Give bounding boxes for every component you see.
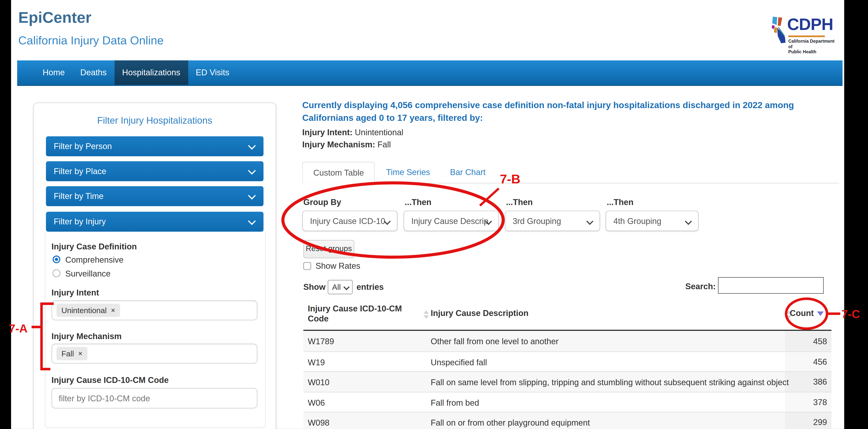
app-page: EpiCenter California Injury Data Online … xyxy=(11,0,844,429)
cdph-acronym: CDPH xyxy=(787,15,833,34)
remove-tag-icon[interactable]: × xyxy=(111,307,115,314)
case-definition-label: Injury Case Definition xyxy=(52,241,137,251)
radio-surveillance[interactable] xyxy=(53,269,60,277)
tab-custom-table[interactable]: Custom Table xyxy=(302,162,375,183)
nav-item-ed-visits[interactable]: ED Visits xyxy=(188,60,237,85)
annotation-label-7c: 7-C xyxy=(841,308,860,320)
cdph-org-name: California Department of Public Health xyxy=(788,39,836,55)
nav-item-deaths[interactable]: Deaths xyxy=(72,60,115,85)
cdph-orange-rule xyxy=(788,35,825,37)
injury-mechanism-input[interactable]: Fall × xyxy=(52,344,257,364)
radio-row-surveillance: Surveillance xyxy=(53,269,111,278)
search-input[interactable] xyxy=(718,277,824,294)
injury-intent-label: Injury Intent xyxy=(52,288,99,297)
radio-label: Comprehensive xyxy=(65,255,124,264)
radio-label: Surveillance xyxy=(65,268,111,278)
injury-intent-input[interactable]: Unintentional × xyxy=(52,301,257,320)
chevron-down-icon xyxy=(248,192,256,200)
california-state-icon xyxy=(772,16,787,47)
main-navbar: Home Deaths Hospitalizations ED Visits xyxy=(17,60,843,86)
tag-unintentional: Unintentional × xyxy=(57,304,120,317)
results-summary: Currently displaying 4,056 comprehensive… xyxy=(302,98,836,124)
view-tabs: Custom Table Time Series Bar Chart xyxy=(302,162,839,183)
injury-cause-code-label: Injury Cause ICD-10-CM Code xyxy=(52,375,169,384)
table-row: W098 Fall on or from other playground eq… xyxy=(303,412,831,429)
accordion-filter-by-injury[interactable]: Filter by Injury xyxy=(46,212,264,232)
show-rates-label: Show Rates xyxy=(316,261,360,270)
group-by-select-4[interactable]: 4th Grouping xyxy=(606,210,699,231)
entries-prefix: Show xyxy=(303,282,326,291)
nav-item-hospitalizations[interactable]: Hospitalizations xyxy=(115,60,188,85)
chevron-down-icon xyxy=(685,218,692,225)
tab-bar-chart[interactable]: Bar Chart xyxy=(441,162,494,183)
chevron-down-icon xyxy=(343,284,350,290)
table-row: W19 Unspecified fall 456 xyxy=(303,351,831,371)
tag-fall: Fall × xyxy=(57,347,87,360)
radio-comprehensive[interactable] xyxy=(53,255,60,263)
screenshot-stage: EpiCenter California Injury Data Online … xyxy=(0,0,868,429)
group-by-label: Group By xyxy=(303,197,341,207)
icd-code-filter-input[interactable] xyxy=(52,388,257,408)
filter-sidebar: Filter Injury Hospitalizations Filter by… xyxy=(33,103,276,429)
chevron-down-icon xyxy=(586,218,593,225)
entries-suffix: entries xyxy=(356,282,384,291)
group-by-select-1[interactable]: Injury Cause ICD-10 xyxy=(302,210,398,231)
show-rates-checkbox[interactable] xyxy=(303,262,311,270)
chevron-down-icon xyxy=(248,217,256,225)
chevron-down-icon xyxy=(248,142,256,150)
applied-filter-mechanism: Injury Mechanism: Fall xyxy=(302,140,391,149)
then-label-2: ...Then xyxy=(405,197,431,207)
accordion-filter-by-person[interactable]: Filter by Person xyxy=(46,136,264,156)
applied-filter-intent: Injury Intent: Unintentional xyxy=(302,127,403,137)
column-header-icd-code[interactable]: Injury Cause ICD-10-CM Code xyxy=(308,304,418,323)
group-by-select-3[interactable]: 3rd Grouping xyxy=(505,210,600,231)
column-header-description[interactable]: Injury Cause Description xyxy=(431,308,528,318)
page-length-select[interactable]: All xyxy=(328,280,352,294)
remove-tag-icon[interactable]: × xyxy=(79,350,83,358)
table-row: W010 Fall on same level from slipping, t… xyxy=(303,371,831,392)
search-label: Search: xyxy=(685,282,714,291)
radio-row-comprehensive: Comprehensive xyxy=(53,255,124,264)
chevron-down-icon xyxy=(248,167,256,174)
reset-groups-button[interactable]: Reset groups xyxy=(303,240,354,258)
sidebar-title: Filter Injury Hospitalizations xyxy=(34,115,276,126)
then-label-4: ...Then xyxy=(607,197,633,207)
table-header-row: Injury Cause ICD-10-CM Code Injury Cause… xyxy=(303,302,831,331)
then-label-3: ...Then xyxy=(506,197,533,207)
table-row: W06 Fall from bed 378 xyxy=(303,392,831,412)
tab-time-series[interactable]: Time Series xyxy=(377,162,439,183)
app-subtitle: California Injury Data Online xyxy=(18,34,163,47)
table-row: W1789 Other fall from one level to anoth… xyxy=(303,331,831,351)
group-by-select-2[interactable]: Injury Cause Descrip xyxy=(403,210,499,231)
nav-item-home[interactable]: Home xyxy=(35,60,72,85)
accordion-filter-by-place[interactable]: Filter by Place xyxy=(46,161,264,181)
sort-icon[interactable] xyxy=(424,310,429,319)
injury-mechanism-label: Injury Mechanism xyxy=(52,331,122,341)
column-header-count[interactable]: Count xyxy=(790,308,824,318)
sort-desc-icon xyxy=(817,311,824,316)
app-title: EpiCenter xyxy=(18,9,91,27)
accordion-filter-by-time[interactable]: Filter by Time xyxy=(46,186,264,206)
results-table: Injury Cause ICD-10-CM Code Injury Cause… xyxy=(303,302,831,429)
cdph-logo: CDPH California Department of Public Hea… xyxy=(753,10,836,56)
